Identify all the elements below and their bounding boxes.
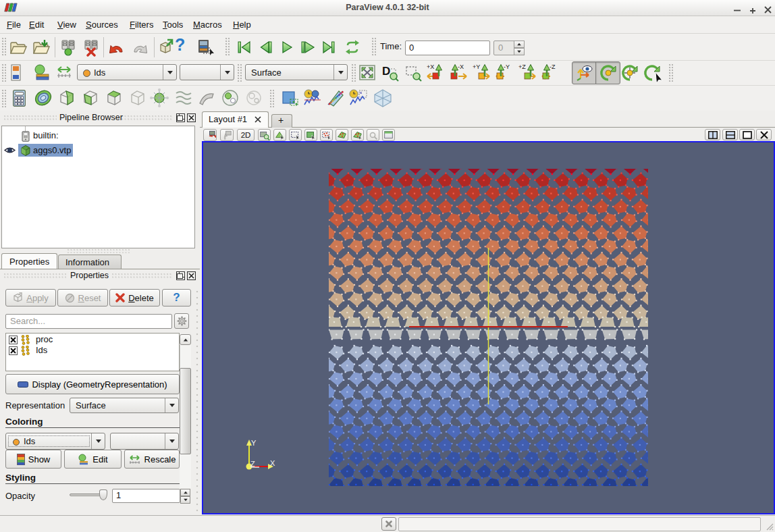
svg-text:-Z: -Z — [550, 63, 556, 70]
svg-text:D: D — [382, 65, 390, 78]
svg-text:Y: Y — [251, 439, 257, 447]
svg-text:Z: Z — [250, 460, 255, 468]
svg-text:-X: -X — [458, 63, 464, 70]
svg-text:+X: +X — [427, 63, 434, 70]
svg-text:+Y: +Y — [473, 63, 480, 70]
svg-text:+Z: +Z — [518, 63, 526, 70]
svg-text:-Y: -Y — [504, 63, 510, 70]
svg-text:X: X — [270, 459, 275, 467]
